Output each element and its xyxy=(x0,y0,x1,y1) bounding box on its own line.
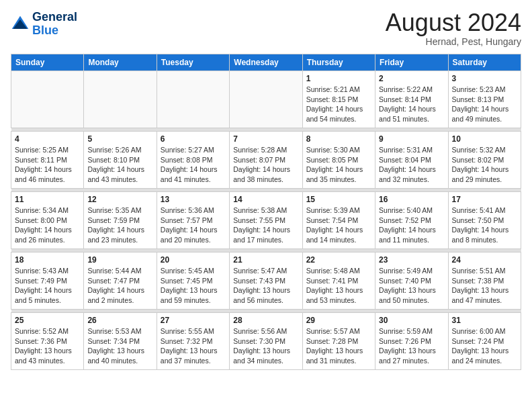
calendar-cell: 28Sunrise: 5:56 AM Sunset: 7:30 PM Dayli… xyxy=(230,313,302,370)
title-block: August 2024 Hernad, Pest, Hungary xyxy=(386,11,521,47)
day-info: Sunrise: 5:59 AM Sunset: 7:26 PM Dayligh… xyxy=(379,326,444,366)
day-number: 2 xyxy=(379,74,444,83)
calendar-cell: 27Sunrise: 5:55 AM Sunset: 7:32 PM Dayli… xyxy=(157,313,229,370)
day-number: 24 xyxy=(452,255,517,265)
calendar-cell xyxy=(84,71,157,128)
day-number: 16 xyxy=(379,195,444,204)
day-number: 25 xyxy=(15,316,80,325)
weekday-header-saturday: Saturday xyxy=(448,54,521,71)
weekday-header-monday: Monday xyxy=(84,54,157,71)
day-info: Sunrise: 5:47 AM Sunset: 7:43 PM Dayligh… xyxy=(233,266,298,306)
calendar-cell: 22Sunrise: 5:48 AM Sunset: 7:41 PM Dayli… xyxy=(302,253,375,310)
day-info: Sunrise: 5:45 AM Sunset: 7:45 PM Dayligh… xyxy=(161,266,226,306)
day-info: Sunrise: 5:35 AM Sunset: 7:59 PM Dayligh… xyxy=(87,205,152,245)
day-info: Sunrise: 5:25 AM Sunset: 8:11 PM Dayligh… xyxy=(15,145,80,185)
day-info: Sunrise: 5:48 AM Sunset: 7:41 PM Dayligh… xyxy=(306,266,371,306)
calendar-cell: 30Sunrise: 5:59 AM Sunset: 7:26 PM Dayli… xyxy=(375,313,448,370)
calendar-cell: 11Sunrise: 5:34 AM Sunset: 8:00 PM Dayli… xyxy=(11,192,84,249)
day-number: 31 xyxy=(452,316,517,325)
day-info: Sunrise: 5:44 AM Sunset: 7:47 PM Dayligh… xyxy=(87,266,152,306)
day-info: Sunrise: 5:39 AM Sunset: 7:54 PM Dayligh… xyxy=(306,205,371,245)
day-info: Sunrise: 5:41 AM Sunset: 7:50 PM Dayligh… xyxy=(452,205,517,245)
day-number: 1 xyxy=(306,74,371,83)
day-number: 7 xyxy=(233,134,298,144)
day-info: Sunrise: 5:43 AM Sunset: 7:49 PM Dayligh… xyxy=(15,266,80,306)
day-info: Sunrise: 5:56 AM Sunset: 7:30 PM Dayligh… xyxy=(233,326,298,366)
calendar-cell xyxy=(230,71,302,128)
day-info: Sunrise: 5:55 AM Sunset: 7:32 PM Dayligh… xyxy=(161,326,226,366)
calendar-cell: 16Sunrise: 5:40 AM Sunset: 7:52 PM Dayli… xyxy=(375,192,448,249)
day-info: Sunrise: 5:38 AM Sunset: 7:55 PM Dayligh… xyxy=(233,205,298,245)
week-row-1: 1Sunrise: 5:21 AM Sunset: 8:15 PM Daylig… xyxy=(11,71,521,128)
calendar-cell: 8Sunrise: 5:30 AM Sunset: 8:05 PM Daylig… xyxy=(302,132,375,189)
day-info: Sunrise: 5:26 AM Sunset: 8:10 PM Dayligh… xyxy=(87,145,152,185)
day-info: Sunrise: 5:31 AM Sunset: 8:04 PM Dayligh… xyxy=(379,145,444,185)
week-row-5: 25Sunrise: 5:52 AM Sunset: 7:36 PM Dayli… xyxy=(11,313,521,370)
calendar-cell: 21Sunrise: 5:47 AM Sunset: 7:43 PM Dayli… xyxy=(230,253,302,310)
weekday-header-wednesday: Wednesday xyxy=(230,54,302,71)
calendar-cell: 1Sunrise: 5:21 AM Sunset: 8:15 PM Daylig… xyxy=(302,71,375,128)
day-number: 19 xyxy=(87,255,152,265)
day-number: 8 xyxy=(306,134,371,144)
day-number: 23 xyxy=(379,255,444,265)
calendar-cell: 12Sunrise: 5:35 AM Sunset: 7:59 PM Dayli… xyxy=(84,192,157,249)
calendar-cell: 20Sunrise: 5:45 AM Sunset: 7:45 PM Dayli… xyxy=(157,253,229,310)
day-number: 28 xyxy=(233,316,298,325)
day-info: Sunrise: 5:23 AM Sunset: 8:13 PM Dayligh… xyxy=(452,85,517,124)
calendar-cell: 19Sunrise: 5:44 AM Sunset: 7:47 PM Dayli… xyxy=(84,253,157,310)
day-number: 12 xyxy=(87,195,152,204)
logo-text: General Blue xyxy=(32,11,77,38)
day-info: Sunrise: 5:22 AM Sunset: 8:14 PM Dayligh… xyxy=(379,85,444,124)
day-number: 27 xyxy=(161,316,226,325)
calendar-cell: 25Sunrise: 5:52 AM Sunset: 7:36 PM Dayli… xyxy=(11,313,84,370)
calendar-cell: 17Sunrise: 5:41 AM Sunset: 7:50 PM Dayli… xyxy=(448,192,521,249)
calendar-cell: 2Sunrise: 5:22 AM Sunset: 8:14 PM Daylig… xyxy=(375,71,448,128)
calendar-table: SundayMondayTuesdayWednesdayThursdayFrid… xyxy=(11,54,521,370)
day-info: Sunrise: 5:51 AM Sunset: 7:38 PM Dayligh… xyxy=(452,266,517,306)
weekday-header-tuesday: Tuesday xyxy=(157,54,229,71)
calendar-cell: 10Sunrise: 5:32 AM Sunset: 8:02 PM Dayli… xyxy=(448,132,521,189)
week-row-3: 11Sunrise: 5:34 AM Sunset: 8:00 PM Dayli… xyxy=(11,192,521,249)
calendar-cell: 9Sunrise: 5:31 AM Sunset: 8:04 PM Daylig… xyxy=(375,132,448,189)
day-info: Sunrise: 5:57 AM Sunset: 7:28 PM Dayligh… xyxy=(306,326,371,366)
day-number: 14 xyxy=(233,195,298,204)
weekday-header-sunday: Sunday xyxy=(11,54,84,71)
day-number: 3 xyxy=(452,74,517,83)
day-number: 18 xyxy=(15,255,80,265)
day-number: 5 xyxy=(87,134,152,144)
calendar-cell: 15Sunrise: 5:39 AM Sunset: 7:54 PM Dayli… xyxy=(302,192,375,249)
month-title: August 2024 xyxy=(386,11,521,35)
calendar-cell: 18Sunrise: 5:43 AM Sunset: 7:49 PM Dayli… xyxy=(11,253,84,310)
day-number: 21 xyxy=(233,255,298,265)
page-header: General Blue August 2024 Hernad, Pest, H… xyxy=(11,11,521,47)
calendar-cell: 29Sunrise: 5:57 AM Sunset: 7:28 PM Dayli… xyxy=(302,313,375,370)
day-number: 9 xyxy=(379,134,444,144)
day-info: Sunrise: 5:36 AM Sunset: 7:57 PM Dayligh… xyxy=(161,205,226,245)
day-info: Sunrise: 5:53 AM Sunset: 7:34 PM Dayligh… xyxy=(87,326,152,366)
calendar-cell: 7Sunrise: 5:28 AM Sunset: 8:07 PM Daylig… xyxy=(230,132,302,189)
calendar-cell: 3Sunrise: 5:23 AM Sunset: 8:13 PM Daylig… xyxy=(448,71,521,128)
week-row-2: 4Sunrise: 5:25 AM Sunset: 8:11 PM Daylig… xyxy=(11,132,521,189)
calendar-cell: 23Sunrise: 5:49 AM Sunset: 7:40 PM Dayli… xyxy=(375,253,448,310)
day-number: 22 xyxy=(306,255,371,265)
day-number: 4 xyxy=(15,134,80,144)
day-number: 20 xyxy=(161,255,226,265)
day-number: 6 xyxy=(161,134,226,144)
day-number: 15 xyxy=(306,195,371,204)
calendar-cell: 26Sunrise: 5:53 AM Sunset: 7:34 PM Dayli… xyxy=(84,313,157,370)
calendar-cell: 14Sunrise: 5:38 AM Sunset: 7:55 PM Dayli… xyxy=(230,192,302,249)
calendar-cell: 31Sunrise: 6:00 AM Sunset: 7:24 PM Dayli… xyxy=(448,313,521,370)
day-info: Sunrise: 5:34 AM Sunset: 8:00 PM Dayligh… xyxy=(15,205,80,245)
day-number: 13 xyxy=(161,195,226,204)
weekday-header-friday: Friday xyxy=(375,54,448,71)
calendar-cell: 13Sunrise: 5:36 AM Sunset: 7:57 PM Dayli… xyxy=(157,192,229,249)
day-number: 26 xyxy=(87,316,152,325)
day-info: Sunrise: 5:27 AM Sunset: 8:08 PM Dayligh… xyxy=(161,145,226,185)
day-number: 17 xyxy=(452,195,517,204)
day-number: 11 xyxy=(15,195,80,204)
day-info: Sunrise: 5:52 AM Sunset: 7:36 PM Dayligh… xyxy=(15,326,80,366)
calendar-cell: 4Sunrise: 5:25 AM Sunset: 8:11 PM Daylig… xyxy=(11,132,84,189)
day-info: Sunrise: 5:21 AM Sunset: 8:15 PM Dayligh… xyxy=(306,85,371,124)
day-info: Sunrise: 5:40 AM Sunset: 7:52 PM Dayligh… xyxy=(379,205,444,245)
day-info: Sunrise: 5:30 AM Sunset: 8:05 PM Dayligh… xyxy=(306,145,371,185)
